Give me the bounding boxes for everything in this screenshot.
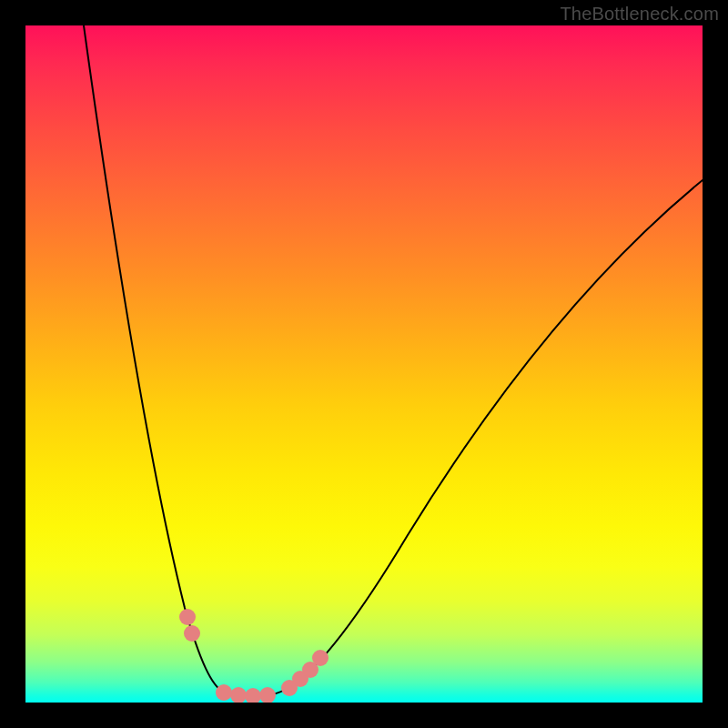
marker-point [312, 650, 329, 666]
marker-point [259, 687, 276, 703]
marker-point [184, 625, 200, 642]
watermark-text: TheBottleneck.com [560, 4, 719, 25]
chart-frame: TheBottleneck.com [0, 0, 728, 728]
marker-point [216, 684, 232, 701]
marker-point [230, 687, 247, 703]
plot-area [25, 25, 703, 703]
curve-layer [25, 25, 703, 703]
left-curve [84, 25, 253, 696]
right-curve [253, 180, 703, 696]
marker-point [245, 688, 261, 703]
marker-point [179, 609, 196, 625]
